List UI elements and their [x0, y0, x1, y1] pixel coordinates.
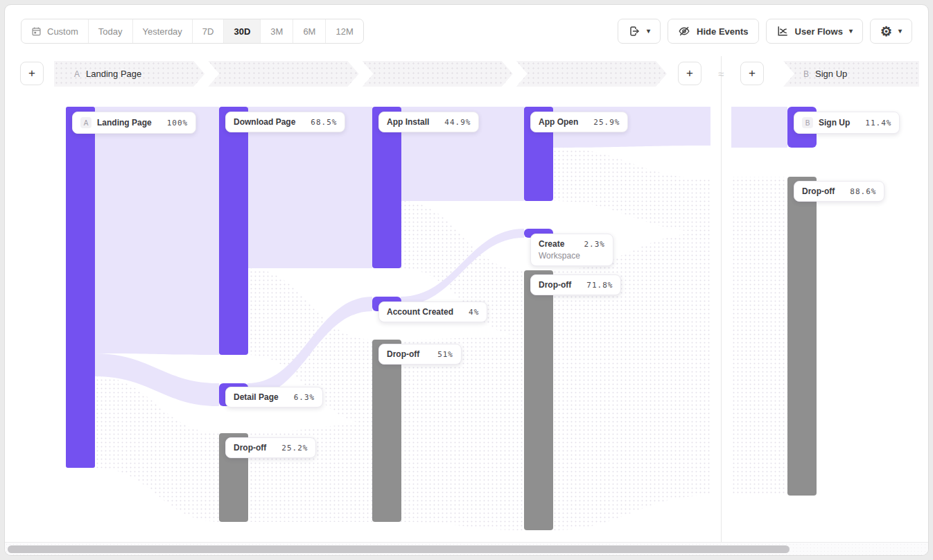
- user-flows-button[interactable]: User Flows ▾: [766, 19, 863, 44]
- settings-caret-icon[interactable]: ▾: [898, 28, 902, 35]
- user-flows-label: User Flows: [795, 26, 843, 37]
- step-name-a: Landing Page: [86, 69, 141, 79]
- node-label-landing-page[interactable]: ALanding Page100%: [72, 112, 196, 134]
- add-step-button-section-b[interactable]: +: [740, 62, 764, 85]
- eye-off-icon: [678, 25, 690, 37]
- node-name: Detail Page: [234, 392, 279, 402]
- node-percentage: 25.2%: [272, 444, 308, 453]
- flow-section-b-edge-to-sign-up: [731, 107, 787, 148]
- step-band-section-b: B Sign Up: [783, 61, 919, 87]
- node-label-row: Detail Page6.3%: [234, 392, 315, 402]
- node-label-drop-off-2[interactable]: Drop-off25.2%: [225, 437, 316, 458]
- node-name: Download Page: [234, 117, 295, 127]
- date-range-label: Yesterday: [143, 26, 182, 37]
- node-percentage: 51%: [428, 350, 453, 359]
- gear-icon: ⚙: [880, 25, 892, 38]
- step-badge-a: A: [74, 69, 80, 79]
- node-name: Drop-off: [539, 280, 571, 290]
- step-label-a: A Landing Page: [54, 69, 141, 79]
- node-label-drop-off-3[interactable]: Drop-off51%: [378, 344, 462, 365]
- node-percentage: 4%: [459, 308, 479, 317]
- horizontal-scrollbar-thumb[interactable]: [8, 545, 790, 553]
- node-label-row: Drop-off25.2%: [234, 443, 308, 453]
- node-percentage: 100%: [157, 119, 189, 128]
- node-name-line2: Workspace: [539, 251, 605, 261]
- date-range-30d[interactable]: 30D: [224, 19, 261, 43]
- date-range-yesterday[interactable]: Yesterday: [133, 19, 193, 43]
- horizontal-scrollbar-track[interactable]: [5, 542, 928, 555]
- step-segment-empty[interactable]: [516, 61, 667, 87]
- step-segment-landing-page[interactable]: A Landing Page: [54, 61, 204, 87]
- flow-drop-off-b-edge-to-drop-off-b: [731, 177, 787, 496]
- date-range-label: 6M: [303, 26, 315, 37]
- node-name: Drop-off: [387, 349, 419, 359]
- main-panel: ALanding Page100%Download Page68.5%App I…: [4, 4, 929, 556]
- node-label-account-created[interactable]: Account Created4%: [378, 301, 487, 322]
- node-label-row: App Install44.9%: [387, 117, 471, 127]
- user-flows-caret-icon: ▾: [849, 28, 853, 35]
- node-name: Create: [539, 239, 564, 249]
- node-percentage: 25.9%: [584, 118, 620, 127]
- section-divider: [721, 56, 722, 542]
- node-label-drop-off-b[interactable]: Drop-off88.6%: [794, 181, 884, 202]
- node-bar-landing-page[interactable]: [66, 107, 95, 468]
- hide-events-button[interactable]: Hide Events: [668, 19, 758, 44]
- approx-separator-icon: ≈: [710, 61, 731, 87]
- step-name-b: Sign Up: [815, 69, 847, 79]
- node-percentage: 11.4%: [855, 119, 891, 128]
- user-flows-icon: [776, 25, 789, 37]
- step-segment-empty[interactable]: [208, 61, 358, 87]
- node-badge-b: B: [802, 117, 813, 128]
- node-label-app-open[interactable]: App Open25.9%: [530, 112, 628, 132]
- node-name: Drop-off: [234, 443, 266, 453]
- toolbar-right-group: ▾ Hide Events: [618, 19, 912, 44]
- node-label-drop-off-4[interactable]: Drop-off71.8%: [530, 274, 621, 295]
- node-label-row: ALanding Page100%: [80, 117, 188, 128]
- flow-app-open-to-drop-off-b-edge: [552, 148, 710, 232]
- step-band-section-a: A Landing Page: [54, 61, 667, 87]
- calendar-icon: [31, 26, 42, 37]
- step-segment-empty[interactable]: [363, 61, 513, 87]
- step-label-b: B Sign Up: [783, 69, 847, 79]
- settings-button[interactable]: ⚙ ▾: [870, 19, 912, 44]
- node-bar-drop-off-3[interactable]: [372, 340, 401, 522]
- export-caret-icon[interactable]: ▾: [647, 28, 650, 35]
- node-label-row: Account Created4%: [387, 307, 479, 317]
- date-range-label: 7D: [202, 26, 214, 37]
- node-label-row: BSign Up11.4%: [802, 117, 891, 128]
- node-label-app-install[interactable]: App Install44.9%: [378, 112, 479, 132]
- date-range-label: 30D: [234, 26, 250, 37]
- flow-landing-page-to-download-page: [95, 107, 219, 355]
- step-badge-b: B: [803, 69, 809, 79]
- date-range-7d[interactable]: 7D: [193, 19, 225, 43]
- node-bar-drop-off-b[interactable]: [787, 177, 817, 496]
- hide-events-label: Hide Events: [697, 26, 748, 37]
- node-name: Drop-off: [802, 186, 835, 196]
- add-step-button-section-a-end[interactable]: +: [678, 62, 701, 85]
- date-range-12m[interactable]: 12M: [326, 19, 363, 43]
- node-percentage: 44.9%: [435, 118, 471, 127]
- add-step-button-left[interactable]: +: [20, 62, 44, 85]
- node-name: Landing Page: [97, 118, 152, 128]
- node-badge-a: A: [80, 117, 91, 128]
- export-button[interactable]: ▾: [618, 19, 661, 44]
- node-label-detail-page[interactable]: Detail Page6.3%: [225, 387, 323, 408]
- flow-drop-off-3-to-drop-off-4: [401, 336, 524, 530]
- node-percentage: 71.8%: [577, 281, 613, 290]
- date-range-label: Today: [98, 26, 123, 37]
- node-label-sign-up[interactable]: BSign Up11.4%: [794, 112, 900, 134]
- toolbar: CustomTodayYesterday7D30D3M6M12M ▾: [21, 19, 912, 44]
- date-range-custom[interactable]: Custom: [21, 19, 89, 43]
- node-bar-download-page[interactable]: [219, 107, 248, 355]
- node-bar-drop-off-4[interactable]: [524, 270, 553, 530]
- date-range-6m[interactable]: 6M: [293, 19, 326, 43]
- step-segment-sign-up[interactable]: B Sign Up: [783, 61, 919, 87]
- node-label-download-page[interactable]: Download Page68.5%: [225, 112, 345, 132]
- node-percentage: 6.3%: [284, 393, 315, 402]
- node-percentage: 68.5%: [301, 118, 337, 127]
- node-name: App Open: [539, 117, 578, 127]
- node-percentage: 2.3%: [575, 240, 606, 249]
- node-label-create-workspace[interactable]: Create2.3%Workspace: [530, 234, 613, 266]
- date-range-3m[interactable]: 3M: [261, 19, 293, 43]
- date-range-today[interactable]: Today: [89, 19, 133, 43]
